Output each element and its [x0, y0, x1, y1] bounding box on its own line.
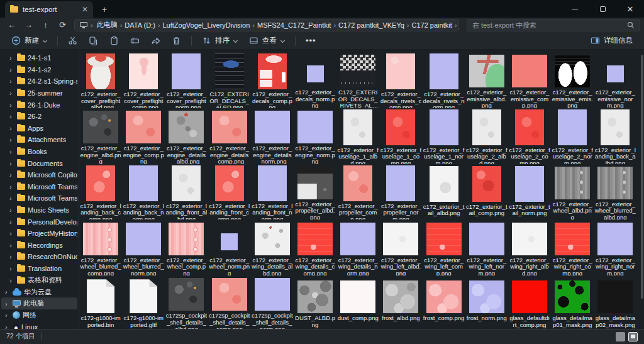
sort-button[interactable]: 排序	[197, 33, 243, 48]
details-view-toggle[interactable]	[616, 332, 625, 341]
file-item[interactable]: c172_exterior_wing_right_norm.png	[594, 219, 636, 275]
sidebar-item-24-2-s1-spring-s2[interactable]: ›24-2-s1-Spring-s2	[1, 75, 77, 87]
breadcrumb-item[interactable]: C172 paintkit_VKEYq	[336, 21, 407, 29]
file-item[interactable]: c172_exterior_engine_norm.png	[294, 108, 336, 164]
thumbnail-view-toggle[interactable]	[628, 332, 638, 341]
chevron-right-icon[interactable]: ›	[9, 206, 14, 214]
cut-button[interactable]	[63, 33, 82, 48]
sidebar-item-24-1-s1[interactable]: ›24-1-s1	[1, 52, 77, 64]
chevron-right-icon[interactable]: ›	[9, 101, 14, 109]
sidebar-item-microsoft-teams-chat[interactable]: ›Microsoft Teams Chat	[1, 181, 77, 193]
new-tab-button[interactable]: +	[102, 4, 107, 14]
file-item[interactable]: c172sp_cockpit_shell_details_comp.png	[208, 275, 251, 329]
file-item[interactable]: frost_comp.png	[423, 275, 465, 329]
sidebar-item-24-1-s2[interactable]: ›24-1-s2	[1, 64, 77, 76]
chevron-right-icon[interactable]: ›	[9, 241, 14, 249]
file-item[interactable]: c172_exterior_tail_norm.png	[508, 164, 551, 220]
rename-button[interactable]	[125, 33, 145, 48]
file-item[interactable]: c172sp_cockpit_shell_details_norm.png	[251, 275, 294, 329]
file-item[interactable]: c172_exterior_cover_preflight_norm.png	[165, 52, 208, 108]
chevron-right-icon[interactable]: ›	[9, 148, 14, 155]
sidebar-item-music-sheets[interactable]: ›Music Sheets	[1, 204, 77, 216]
refresh-button[interactable]: ⟳	[55, 19, 70, 31]
file-item[interactable]: c172_exterior_wing_left_albd.png	[379, 219, 422, 275]
breadcrumb-item[interactable]: LuftZogVogel_LiveryDivision	[160, 21, 253, 29]
file-item[interactable]: c172_exterior_fuselage_2_comp.png	[508, 108, 551, 164]
chevron-right-icon[interactable]: ›	[5, 323, 10, 329]
file-item[interactable]: c172_exterior_propeller_norm.png	[379, 164, 422, 220]
chevron-right-icon[interactable]: ›	[9, 230, 14, 237]
delete-button[interactable]	[167, 33, 186, 48]
file-item[interactable]: c172_exterior_engine_details_norm.png	[251, 108, 294, 164]
file-item[interactable]: c172_exterior_wheel_blurred_comp.png	[79, 219, 122, 275]
file-item[interactable]: c172_exterior_propeller_albd.png	[294, 164, 336, 220]
file-item[interactable]: DUST_ALBD.png	[294, 275, 336, 329]
sidebar-item-25-summer[interactable]: ›25-summer	[1, 87, 77, 99]
sidebar-item-华为云盘[interactable]: ›华为云盘	[1, 286, 77, 298]
file-item[interactable]: c172_exterior_wheel_comp.png	[165, 219, 208, 275]
file-item[interactable]: c172_exterior_cover_preflight_albd.png	[79, 52, 122, 108]
chevron-right-icon[interactable]: ›	[9, 160, 14, 167]
file-item[interactable]: c172sp_cockpit_shell_details_albd.png	[165, 275, 208, 329]
forward-button[interactable]: →	[21, 19, 36, 31]
file-item[interactable]: c172_exterior_fuselage_2_norm.png	[551, 108, 594, 164]
copy-button[interactable]	[84, 33, 103, 48]
chevron-right-icon[interactable]: ›	[9, 113, 14, 120]
chevron-right-icon[interactable]: ›	[9, 194, 14, 202]
sidebar-item-personaldevelopment[interactable]: ›PersonalDevelopment	[1, 216, 77, 228]
chevron-right-icon[interactable]: ›	[9, 89, 14, 97]
breadcrumb-item[interactable]: test-export	[457, 21, 459, 29]
file-item[interactable]: c172_exterior_decals_rivets_norm.png	[423, 52, 465, 108]
file-item[interactable]: c172_exterior_fuselage_1_albd.png	[336, 108, 379, 164]
minimize-button[interactable]	[561, 0, 589, 18]
sidebar-item-translation[interactable]: ›Translation	[1, 263, 77, 275]
maximize-button[interactable]	[589, 0, 616, 18]
file-item[interactable]: c172-g1000-imported.gltf	[122, 275, 165, 329]
file-item[interactable]: c172_exterior_tail_comp.png	[465, 164, 508, 220]
back-button[interactable]: ←	[4, 19, 19, 31]
share-button[interactable]	[146, 33, 165, 48]
tab-close-icon[interactable]: ✕	[82, 6, 88, 13]
sidebar-item-apps[interactable]: ›Apps	[1, 123, 77, 135]
file-item[interactable]: c172_exterior_wing_details_comp.png	[294, 219, 336, 275]
file-item[interactable]: C172_EXTERIOR_DECALS_ALBD.png	[208, 52, 251, 108]
chevron-right-icon[interactable]: ›	[5, 288, 10, 296]
file-item[interactable]: c172_exterior_tail_albd.png	[423, 164, 465, 220]
tab-test-export[interactable]: test-export ✕	[5, 1, 93, 18]
file-item[interactable]: frost_norm.png	[465, 275, 508, 329]
details-pane-button[interactable]: 详细信息	[586, 33, 638, 48]
sidebar-item-attachments[interactable]: ›Attachments	[1, 134, 77, 146]
file-item[interactable]: c172_exterior_emissive_comp.png	[508, 52, 551, 108]
chevron-right-icon[interactable]: ›	[9, 171, 14, 179]
more-options-button[interactable]: •••	[301, 36, 321, 45]
file-item[interactable]: c172_exterior_wheel_blurred_albd.png	[594, 164, 636, 220]
vertical-scrollbar[interactable]	[641, 55, 643, 299]
sidebar-item-projectmyhistory[interactable]: ›ProjectMyHistory	[1, 228, 77, 240]
file-item[interactable]: c172_exterior_landing_front_comp.png	[208, 164, 251, 220]
sidebar-item-此电脑[interactable]: ›此电脑	[1, 297, 77, 309]
file-item[interactable]: c172_exterior_engine_details_comp.png	[208, 108, 251, 164]
file-item[interactable]: c172_exterior_propeller_comp.png	[336, 164, 379, 220]
close-button[interactable]: ✕	[616, 0, 644, 18]
chevron-right-icon[interactable]: ›	[9, 66, 14, 74]
up-button[interactable]: ↑	[38, 19, 53, 31]
file-item[interactable]: c172-g1000-imported.bin	[79, 275, 122, 329]
sidebar-item-网络[interactable]: ›网络	[1, 309, 77, 321]
file-item[interactable]: c172_exterior_landing_back_norm.png	[122, 164, 165, 220]
file-item[interactable]: C172_EXTERIOR_DECALS_RIVETS_ALBD.png	[336, 52, 379, 108]
file-item[interactable]: c172_exterior_wing_right_comp.png	[551, 219, 594, 275]
chevron-right-icon[interactable]: ›	[9, 77, 14, 85]
file-item[interactable]: c172_exterior_fuselage_1_comp.png	[379, 108, 422, 164]
file-item[interactable]: c172_exterior_wing_right_albd.png	[508, 219, 551, 275]
sidebar-item-researchonnuclearw[interactable]: ›ResearchOnNuclearW	[1, 251, 77, 263]
sidebar-item-documents[interactable]: ›Documents	[1, 157, 77, 169]
file-item[interactable]: c172_exterior_wing_left_norm.png	[465, 219, 508, 275]
file-item[interactable]: c172_exterior_decals_rivets_comp.png	[379, 52, 422, 108]
breadcrumb-item[interactable]: MSFS24_C172_Paintkit	[255, 21, 333, 29]
file-item[interactable]: c172_exterior_emissive_emis.png	[551, 52, 594, 108]
sidebar-item-microsoft-teams-聊天-文[interactable]: ›Microsoft Teams 聊天 文	[1, 192, 77, 204]
file-item[interactable]: c172_exterior_fuselage_2_albd.png	[465, 108, 508, 164]
chevron-right-icon[interactable]: ›	[5, 311, 10, 319]
sidebar-item-microsoft-copilot-聊天[interactable]: ›Microsoft Copilot 聊天	[1, 169, 77, 181]
file-item[interactable]: c172_exterior_wheel_albd.png	[551, 164, 594, 220]
